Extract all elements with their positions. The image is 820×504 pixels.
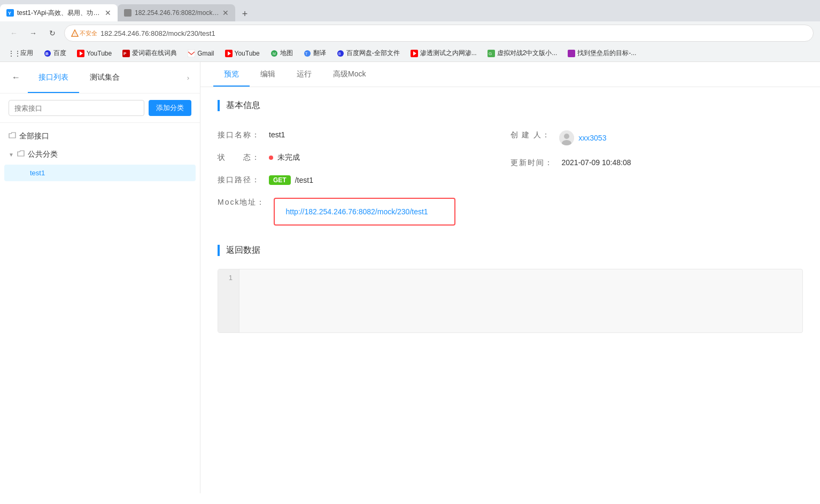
sidebar: ← 接口列表 测试集合 › 添加分类 xyxy=(0,62,200,493)
folder-icon-2 xyxy=(17,150,25,159)
info-row-path: 接口路径： GET /test1 xyxy=(218,169,510,191)
svg-rect-24 xyxy=(568,50,575,57)
creator-link[interactable]: xxx3053 xyxy=(578,134,606,142)
bookmark-gmail[interactable]: Gmail xyxy=(183,49,218,58)
info-right-column: 创 建 人： xxx3053 更新时间： 2021-07-09 10 xyxy=(510,124,803,191)
youtube1-icon xyxy=(77,50,84,57)
info-row-name: 接口名称： test1 xyxy=(218,124,510,146)
sidebar-tree: 全部接口 ▼ 公共分类 test1 xyxy=(0,123,200,493)
svg-text:B: B xyxy=(45,51,49,56)
svg-point-26 xyxy=(564,134,569,139)
tab-2-title: 182.254.246.76:8082/mock/23... xyxy=(135,9,219,17)
tab-2[interactable]: 182.254.246.76:8082/mock/23... ✕ xyxy=(118,4,235,21)
game-icon: G xyxy=(488,50,495,57)
content-tab-advanced-mock[interactable]: 高级Mock xyxy=(322,62,376,87)
info-row-update: 更新时间： 2021-07-09 10:48:08 xyxy=(510,152,803,174)
path-value: GET /test1 xyxy=(269,175,313,185)
baidu-icon: B xyxy=(44,50,51,57)
info-row-mock: Mock地址： http://182.254.246.76:8082/mock/… xyxy=(218,191,803,232)
folder-icon xyxy=(9,132,16,141)
nav-bar: ← → ↻ ! 不安全 182.254.246.76:8082/mock/230… xyxy=(0,21,820,45)
return-data-section: 返回数据 1 xyxy=(218,245,803,333)
reload-button[interactable]: ↻ xyxy=(45,26,60,41)
tree-item-public-category[interactable]: ▼ 公共分类 xyxy=(0,145,200,164)
svg-text:T: T xyxy=(305,52,308,56)
tab-1-close[interactable]: ✕ xyxy=(105,9,111,17)
svg-text:G: G xyxy=(489,51,492,56)
address-bar[interactable]: ! 不安全 182.254.246.76:8082/mock/230/test1 xyxy=(64,25,814,42)
creator-label: 创 建 人： xyxy=(510,130,560,140)
youtube2-icon xyxy=(225,50,233,57)
svg-text:!: ! xyxy=(74,32,75,36)
app-container: ← 接口列表 测试集合 › 添加分类 xyxy=(0,62,820,493)
tab-1-favicon: Y xyxy=(6,9,14,17)
tree-item-all-interfaces[interactable]: 全部接口 xyxy=(0,127,200,145)
content-tab-run[interactable]: 运行 xyxy=(286,62,322,87)
forward-button[interactable]: → xyxy=(26,26,41,41)
get-badge: GET xyxy=(269,175,291,185)
baidupan-icon: B xyxy=(337,50,344,57)
bookmark-pentest[interactable]: 渗透测试之内网渗... xyxy=(406,48,481,59)
bookmark-youtube2[interactable]: YouTube xyxy=(221,49,264,58)
sidebar-search-area: 添加分类 xyxy=(0,94,200,123)
translate-icon: T xyxy=(304,50,311,57)
info-row-status: 状 态： 未完成 xyxy=(218,146,510,169)
bookmark-iciba[interactable]: P 爱词霸在线词典 xyxy=(118,48,181,59)
iciba-icon: P xyxy=(122,50,130,57)
update-label: 更新时间： xyxy=(510,158,562,168)
update-value: 2021-07-09 10:48:08 xyxy=(562,158,631,167)
mock-label: Mock地址： xyxy=(218,198,274,207)
tab-bar: Y test1-YApi-高效、易用、功能强... ✕ 182.254.246.… xyxy=(0,0,820,21)
address-text[interactable]: 182.254.246.76:8082/mock/230/test1 xyxy=(100,29,807,37)
sidebar-tab-interface-list[interactable]: 接口列表 xyxy=(28,68,79,87)
bookmark-target[interactable]: 找到堡垒后的目标-... xyxy=(563,48,640,59)
add-category-button[interactable]: 添加分类 xyxy=(149,100,191,116)
browser-chrome: Y test1-YApi-高效、易用、功能强... ✕ 182.254.246.… xyxy=(0,0,820,62)
tab-1-title: test1-YApi-高效、易用、功能强... xyxy=(17,9,102,18)
user-avatar xyxy=(559,130,574,145)
status-label: 状 态： xyxy=(218,153,269,162)
search-input[interactable] xyxy=(9,100,144,116)
mock-url-link[interactable]: http://182.254.246.76:8082/mock/230/test… xyxy=(285,207,428,216)
pentest-icon xyxy=(411,50,418,57)
basic-info-title: 基本信息 xyxy=(218,100,803,111)
status-value: 未完成 xyxy=(269,153,300,162)
mock-url-box: http://182.254.246.76:8082/mock/230/test… xyxy=(274,198,455,226)
target-icon xyxy=(568,50,575,57)
code-content[interactable] xyxy=(239,269,802,332)
svg-text:M: M xyxy=(273,52,276,56)
apps-icon: ⋮⋮ xyxy=(11,50,18,57)
bookmark-baidu[interactable]: B 百度 xyxy=(40,48,71,59)
line-numbers: 1 xyxy=(218,269,239,332)
sidebar-tab-test-collection[interactable]: 测试集合 xyxy=(79,68,130,87)
content-tabs: 预览 编辑 运行 高级Mock xyxy=(200,62,820,87)
tree-item-test1[interactable]: test1 xyxy=(4,165,196,181)
content-tab-edit[interactable]: 编辑 xyxy=(250,62,286,87)
sidebar-tabs: 接口列表 测试集合 xyxy=(28,68,181,87)
bookmark-apps[interactable]: ⋮⋮ 应用 xyxy=(6,48,37,59)
svg-text:Y: Y xyxy=(8,11,11,16)
bookmark-youtube1[interactable]: YouTube xyxy=(73,49,116,58)
sidebar-chevron-icon[interactable]: › xyxy=(185,72,191,84)
tab-1[interactable]: Y test1-YApi-高效、易用、功能强... ✕ xyxy=(0,4,118,21)
tree-arrow-icon: ▼ xyxy=(9,152,14,158)
code-editor: 1 xyxy=(218,269,803,333)
security-warning: ! 不安全 xyxy=(71,29,97,37)
status-dot xyxy=(269,156,273,160)
bookmark-game[interactable]: G 虚拟对战2中文版小... xyxy=(483,48,562,59)
basic-info-section: 基本信息 接口名称： test1 状 态： xyxy=(218,100,803,232)
new-tab-button[interactable]: + xyxy=(237,6,252,21)
bookmark-maps[interactable]: M 地图 xyxy=(266,48,297,59)
bookmarks-bar: ⋮⋮ 应用 B 百度 YouTube P 爱词霸在线词典 Gmail xyxy=(0,45,820,62)
svg-text:P: P xyxy=(123,51,127,56)
info-left-column: 接口名称： test1 状 态： 未完成 xyxy=(218,124,510,191)
bookmark-translate[interactable]: T 翻译 xyxy=(299,48,330,59)
bookmark-baidupan[interactable]: B 百度网盘-全部文件 xyxy=(332,48,404,59)
info-row-creator: 创 建 人： xxx3053 xyxy=(510,124,803,152)
sidebar-back-button[interactable]: ← xyxy=(9,70,24,85)
back-button[interactable]: ← xyxy=(6,26,21,41)
content-tab-preview[interactable]: 预览 xyxy=(213,62,250,87)
tab-2-close[interactable]: ✕ xyxy=(222,9,229,17)
creator-value: xxx3053 xyxy=(559,130,606,145)
svg-rect-11 xyxy=(188,50,195,57)
